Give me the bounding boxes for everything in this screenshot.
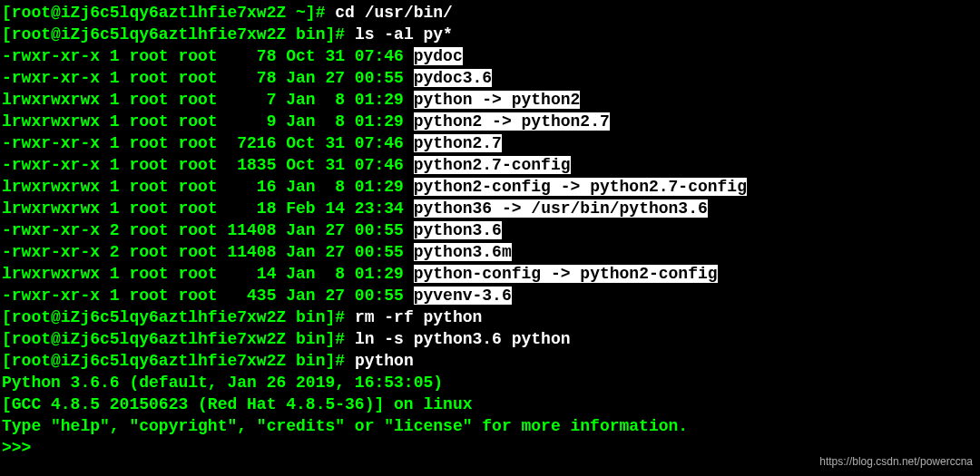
ls-row: -rwxr-xr-x 1 root root 435 Jan 27 00:55 … [2,285,980,306]
command: ln -s python3.6 python [355,330,571,348]
file-name: python2 [414,112,483,131]
terminal-output: [root@iZj6c5lqy6aztlhfie7xw2Z ~]# cd /us… [2,2,980,459]
file-name: python2.7 [414,134,502,152]
file-perms: -rwxr-xr-x 1 root root 78 Jan 27 00:55 [2,69,414,87]
file-name: pydoc3.6 [414,69,492,87]
prompt-line-1[interactable]: [root@iZj6c5lqy6aztlhfie7xw2Z ~]# cd /us… [2,2,980,24]
ls-row: lrwxrwxrwx 1 root root 9 Jan 8 01:29 pyt… [2,111,980,132]
link-target: python2.7 [522,112,610,131]
prompt: [root@iZj6c5lqy6aztlhfie7xw2Z bin]# [2,25,355,44]
ls-row: lrwxrwxrwx 1 root root 18 Feb 14 23:34 p… [2,198,980,219]
ls-row: lrwxrwxrwx 1 root root 16 Jan 8 01:29 py… [2,176,980,198]
ls-row: -rwxr-xr-x 2 root root 11408 Jan 27 00:5… [2,219,980,241]
file-perms: lrwxrwxrwx 1 root root 7 Jan 8 01:29 [2,91,414,109]
arrow-icon: -> [551,178,590,196]
prompt: [root@iZj6c5lqy6aztlhfie7xw2Z bin]# [2,352,355,370]
ls-row: -rwxr-xr-x 1 root root 1835 Oct 31 07:46… [2,154,980,176]
file-name: python3.6m [414,243,512,261]
python-banner: Type "help", "copyright", "credits" or "… [2,415,980,437]
link-target: python2-config [580,265,717,283]
file-name: python2.7-config [414,156,571,174]
link-target: python2 [512,91,581,109]
prompt-line-4[interactable]: [root@iZj6c5lqy6aztlhfie7xw2Z bin]# ln -… [2,328,980,350]
ls-row: -rwxr-xr-x 1 root root 78 Jan 27 00:55 p… [2,67,980,89]
arrow-icon: -> [482,112,521,131]
watermark: https://blog.csdn.net/powerccna [819,451,973,472]
file-perms: -rwxr-xr-x 1 root root 1835 Oct 31 07:46 [2,156,414,174]
ls-row: lrwxrwxrwx 1 root root 7 Jan 8 01:29 pyt… [2,89,980,111]
command: rm -rf python [355,308,482,326]
arrow-icon: -> [541,265,580,283]
command: cd /usr/bin/ [335,4,453,22]
prompt-line-5[interactable]: [root@iZj6c5lqy6aztlhfie7xw2Z bin]# pyth… [2,350,980,372]
file-perms: lrwxrwxrwx 1 root root 14 Jan 8 01:29 [2,265,414,283]
ls-row: -rwxr-xr-x 1 root root 78 Oct 31 07:46 p… [2,45,980,67]
file-name: pydoc [414,47,463,65]
file-name: python36 [414,199,492,218]
file-perms: lrwxrwxrwx 1 root root 16 Jan 8 01:29 [2,178,414,196]
file-name: python-config [414,265,541,283]
file-perms: -rwxr-xr-x 1 root root 7216 Oct 31 07:46 [2,134,414,152]
ls-row: -rwxr-xr-x 2 root root 11408 Jan 27 00:5… [2,241,980,263]
prompt: [root@iZj6c5lqy6aztlhfie7xw2Z bin]# [2,308,355,326]
prompt-line-2[interactable]: [root@iZj6c5lqy6aztlhfie7xw2Z bin]# ls -… [2,24,980,45]
ls-row: -rwxr-xr-x 1 root root 7216 Oct 31 07:46… [2,132,980,154]
ls-row: lrwxrwxrwx 1 root root 14 Jan 8 01:29 py… [2,263,980,285]
file-perms: lrwxrwxrwx 1 root root 9 Jan 8 01:29 [2,112,414,131]
arrow-icon: -> [473,91,512,109]
link-target: python2.7-config [590,178,747,196]
file-name: pyvenv-3.6 [414,287,512,305]
arrow-icon: -> [492,199,531,218]
file-name: python2-config [414,178,551,196]
file-perms: -rwxr-xr-x 1 root root 435 Jan 27 00:55 [2,287,414,305]
file-perms: -rwxr-xr-x 1 root root 78 Oct 31 07:46 [2,47,414,65]
file-perms: -rwxr-xr-x 2 root root 11408 Jan 27 00:5… [2,243,414,261]
python-banner: Python 3.6.6 (default, Jan 26 2019, 16:5… [2,372,980,393]
command: ls -al py* [355,25,453,44]
file-perms: -rwxr-xr-x 2 root root 11408 Jan 27 00:5… [2,221,414,239]
link-target: /usr/bin/python3.6 [531,199,707,218]
file-name: python3.6 [414,221,502,239]
file-perms: lrwxrwxrwx 1 root root 18 Feb 14 23:34 [2,199,414,218]
prompt: [root@iZj6c5lqy6aztlhfie7xw2Z bin]# [2,330,355,348]
command: python [355,352,414,370]
file-name: python [414,91,473,109]
prompt: [root@iZj6c5lqy6aztlhfie7xw2Z ~]# [2,4,335,22]
python-banner: [GCC 4.8.5 20150623 (Red Hat 4.8.5-36)] … [2,393,980,415]
prompt-line-3[interactable]: [root@iZj6c5lqy6aztlhfie7xw2Z bin]# rm -… [2,306,980,328]
